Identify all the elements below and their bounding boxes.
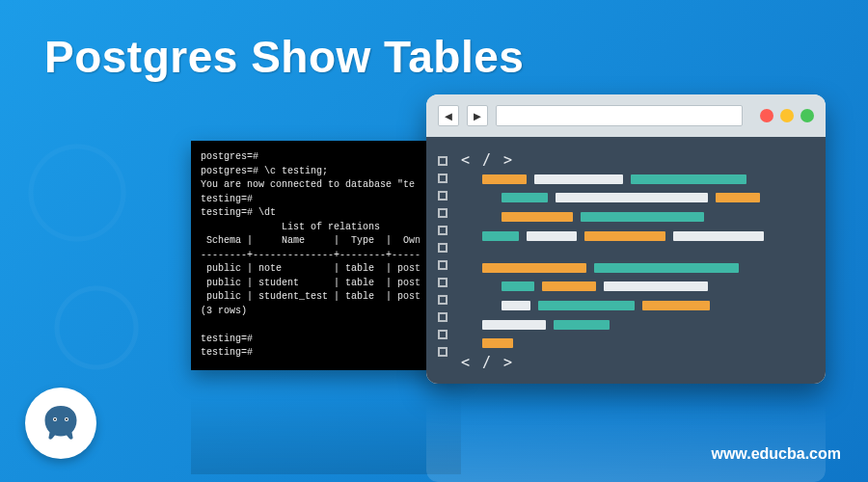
term-count: (3 rows)	[201, 306, 247, 316]
code-bar	[502, 193, 548, 202]
elephant-icon	[37, 399, 85, 447]
page-title: Postgres Show Tables	[44, 31, 524, 83]
term-header-row: Schema | Name | Type | Own	[201, 235, 420, 246]
code-bar	[482, 174, 527, 184]
code-bar	[502, 281, 534, 291]
term-line: testing=#	[201, 194, 253, 204]
code-bar	[642, 301, 710, 310]
code-bar	[538, 301, 635, 310]
term-row: public | student | table | post	[201, 278, 420, 288]
code-bar	[482, 338, 513, 348]
code-bar	[534, 174, 623, 184]
term-prompt: testing=#	[201, 347, 253, 358]
maximize-dot-icon[interactable]	[800, 109, 814, 122]
code-bar	[556, 193, 708, 202]
term-prompt: testing=#	[201, 334, 253, 344]
code-bar	[542, 281, 596, 291]
gutter-marker-icon	[438, 156, 448, 166]
chevron-right-icon: ►	[472, 109, 484, 123]
chevron-left-icon: ◄	[443, 109, 455, 123]
code-bar	[482, 263, 586, 273]
term-line: postgres=#	[201, 151, 258, 162]
terminal-reflection	[191, 378, 461, 474]
term-divider: --------+--------------+--------+-----	[201, 250, 420, 260]
nav-forward-button[interactable]: ►	[467, 105, 488, 126]
editor-window: ◄ ► < / >	[426, 94, 826, 384]
code-bar	[482, 320, 546, 330]
gutter-marker-icon	[438, 191, 448, 201]
code-bar	[631, 174, 746, 184]
term-line: You are now connected to database "te	[201, 179, 415, 190]
gutter-marker-icon	[438, 295, 448, 305]
svg-point-3	[66, 418, 68, 420]
term-row: public | note | table | post	[201, 263, 420, 274]
address-bar[interactable]	[496, 105, 743, 126]
nav-back-button[interactable]: ◄	[438, 105, 459, 126]
code-bar	[594, 263, 739, 273]
code-bar	[482, 231, 519, 241]
code-open-tag-icon: < / >	[461, 151, 514, 169]
code-area: < / > < / >	[461, 152, 810, 368]
code-bar	[502, 212, 573, 222]
gutter-marker-icon	[438, 226, 448, 235]
code-bar	[716, 193, 760, 202]
editor-body: < / > < / >	[426, 137, 826, 384]
gutter-marker-icon	[438, 330, 448, 339]
code-bar	[554, 320, 610, 330]
code-bar	[673, 231, 764, 241]
term-row: public | student_test | table | post	[201, 291, 420, 302]
gutter-marker-icon	[438, 243, 448, 253]
term-line: postgres=# \c testing;	[201, 166, 328, 176]
code-bar	[604, 281, 708, 291]
svg-point-2	[54, 418, 56, 420]
term-heading: List of relations	[201, 222, 380, 232]
gutter-marker-icon	[438, 260, 448, 270]
window-controls	[760, 109, 814, 122]
postgres-logo	[25, 388, 96, 459]
gutter-marker-icon	[438, 347, 448, 357]
code-bar	[581, 212, 704, 222]
editor-toolbar: ◄ ►	[426, 94, 826, 137]
code-bar	[584, 231, 665, 241]
code-close-tag-icon: < / >	[461, 354, 514, 371]
minimize-dot-icon[interactable]	[780, 109, 794, 122]
gutter-marker-icon	[438, 208, 448, 218]
close-dot-icon[interactable]	[760, 109, 773, 122]
gutter-marker-icon	[438, 312, 448, 322]
term-line: testing=# \dt	[201, 207, 276, 218]
code-bar	[527, 231, 577, 241]
terminal-window: postgres=# postgres=# \c testing; You ar…	[191, 141, 461, 370]
editor-gutter	[438, 152, 448, 368]
editor-reflection	[426, 389, 826, 482]
code-bar	[502, 301, 530, 310]
gutter-marker-icon	[438, 278, 448, 287]
gutter-marker-icon	[438, 174, 448, 183]
footer-url: www.educba.com	[711, 445, 841, 463]
